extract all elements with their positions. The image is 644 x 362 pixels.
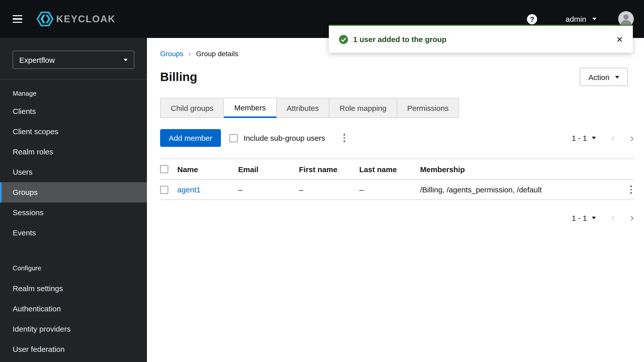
app-root: KEYCLOAK ? admin 1 user added to the gro…	[0, 0, 644, 362]
user-avatar-icon	[618, 11, 634, 27]
breadcrumb-current: Group details	[196, 49, 238, 57]
pagination-next-icon[interactable]: ›	[630, 213, 634, 222]
pagination-range-dropdown[interactable]: 1 - 1	[572, 213, 596, 222]
member-name-link[interactable]: agent1	[177, 185, 238, 194]
member-membership: /Billing, /agents_permission, /default	[420, 185, 614, 194]
tabs: Child groups Members Attributes Role map…	[160, 98, 644, 118]
keycloak-icon	[36, 12, 54, 26]
tab-role-mapping[interactable]: Role mapping	[329, 98, 397, 118]
chevron-down-icon	[615, 76, 619, 78]
tab-members[interactable]: Members	[224, 98, 276, 118]
sidebar: Expertflow Manage Clients Client scopes …	[0, 38, 147, 362]
toast-message: 1 user added to the group	[353, 35, 446, 44]
realm-selector-section: Expertflow	[0, 38, 147, 79]
keycloak-logo: KEYCLOAK	[36, 12, 116, 26]
breadcrumb-separator-icon: ›	[188, 49, 191, 58]
column-header-email: Email	[238, 165, 299, 173]
table-header-row: Name Email First name Last name Membersh…	[160, 159, 634, 180]
pagination-prev-icon[interactable]: ‹	[611, 133, 615, 143]
hamburger-icon	[13, 15, 22, 16]
sidebar-item-identity-providers[interactable]: Identity providers	[0, 319, 147, 339]
sidebar-item-clients[interactable]: Clients	[0, 101, 147, 122]
realm-selector[interactable]: Expertflow	[13, 51, 134, 69]
column-header-name: Name	[177, 165, 238, 173]
table-row: agent1 – – – /Billing, /agents_permissio…	[160, 180, 634, 200]
brand-wordmark: KEYCLOAK	[56, 13, 116, 25]
pagination-bottom: 1 - 1 ‹ ›	[147, 213, 634, 222]
member-email: –	[238, 185, 299, 194]
pagination-range: 1 - 1	[572, 213, 587, 222]
chevron-down-icon	[592, 137, 596, 139]
column-header-membership: Membership	[420, 165, 614, 173]
select-all-checkbox[interactable]	[160, 165, 168, 173]
user-menu[interactable]: admin	[565, 15, 586, 23]
member-last-name: –	[359, 185, 420, 194]
sidebar-item-sessions[interactable]: Sessions	[0, 203, 147, 223]
page-header: Billing Action	[147, 58, 644, 86]
nav-section-manage: Manage	[0, 86, 147, 101]
members-toolbar: Add member Include sub-group users 1 - 1…	[160, 129, 634, 147]
sidebar-item-authentication[interactable]: Authentication	[0, 299, 147, 319]
row-kebab-icon[interactable]	[628, 184, 634, 196]
include-subgroup-checkbox[interactable]	[230, 134, 238, 142]
action-dropdown-button[interactable]: Action	[580, 68, 628, 86]
masthead-right: ? admin	[527, 11, 634, 27]
sidebar-item-realm-settings[interactable]: Realm settings	[0, 278, 147, 299]
close-icon[interactable]: ×	[616, 34, 623, 45]
row-checkbox[interactable]	[160, 186, 168, 194]
help-icon[interactable]: ?	[527, 14, 537, 24]
include-subgroup-users-option[interactable]: Include sub-group users	[230, 134, 325, 142]
nav-section-configure: Configure	[0, 261, 147, 276]
tab-child-groups[interactable]: Child groups	[160, 98, 224, 118]
pagination-prev-icon[interactable]: ‹	[611, 213, 615, 222]
sidebar-nav: Manage Clients Client scopes Realm roles…	[0, 86, 147, 359]
avatar[interactable]	[618, 11, 634, 27]
breadcrumb-link-groups[interactable]: Groups	[160, 49, 183, 57]
pagination-top: 1 - 1 ‹ ›	[572, 133, 634, 143]
sidebar-item-groups[interactable]: Groups	[0, 182, 147, 203]
include-subgroup-label: Include sub-group users	[244, 134, 325, 142]
realm-name: Expertflow	[19, 55, 55, 64]
sidebar-item-users[interactable]: Users	[0, 162, 147, 182]
toast-success: 1 user added to the group ×	[329, 25, 633, 53]
members-table: Name Email First name Last name Membersh…	[160, 158, 634, 200]
column-header-last-name: Last name	[359, 165, 420, 173]
tab-attributes[interactable]: Attributes	[276, 98, 329, 118]
action-label: Action	[589, 73, 610, 81]
member-first-name: –	[299, 185, 359, 194]
chevron-down-icon[interactable]	[592, 18, 596, 20]
main-content: Groups › Group details Billing Action Ch…	[147, 38, 644, 362]
page-title: Billing	[160, 70, 197, 84]
pagination-next-icon[interactable]: ›	[630, 133, 634, 143]
column-header-first-name: First name	[299, 165, 359, 173]
sidebar-item-user-federation[interactable]: User federation	[0, 339, 147, 359]
chevron-down-icon	[592, 216, 596, 219]
chevron-down-icon	[124, 58, 128, 61]
pagination-range-dropdown[interactable]: 1 - 1	[572, 134, 596, 142]
add-member-button[interactable]: Add member	[160, 129, 221, 147]
tab-permissions[interactable]: Permissions	[397, 98, 459, 118]
nav-toggle-button[interactable]	[13, 13, 22, 25]
check-circle-icon	[339, 35, 348, 44]
sidebar-item-events[interactable]: Events	[0, 223, 147, 243]
pagination-range: 1 - 1	[572, 134, 587, 142]
sidebar-item-realm-roles[interactable]: Realm roles	[0, 142, 147, 162]
sidebar-item-client-scopes[interactable]: Client scopes	[0, 122, 147, 142]
toolbar-kebab-icon[interactable]	[342, 132, 347, 144]
